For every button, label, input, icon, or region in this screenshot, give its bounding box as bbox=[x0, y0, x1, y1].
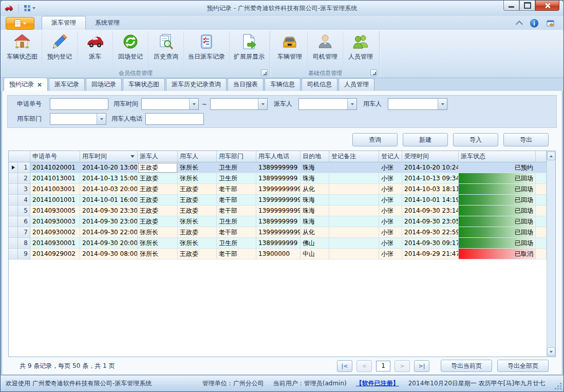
cell-order-no[interactable]: 20141001001 bbox=[30, 195, 80, 206]
cell-remark[interactable] bbox=[329, 238, 379, 249]
cell-phone[interactable]: 1389999999 bbox=[256, 173, 300, 184]
cell-status[interactable]: 已回场 bbox=[459, 216, 536, 227]
cell-registrar[interactable]: 小张 bbox=[379, 162, 402, 173]
cell-remark[interactable] bbox=[329, 216, 379, 227]
cell-status[interactable]: 已回场 bbox=[459, 227, 536, 238]
combo-dropdown-button[interactable] bbox=[438, 99, 447, 109]
cell-use-time[interactable]: 2014-10-01 16:00 bbox=[80, 195, 138, 206]
dialog-launcher-icon[interactable] bbox=[261, 69, 268, 76]
cell-rownum[interactable]: 5 bbox=[18, 206, 30, 216]
import-button[interactable]: 导入 bbox=[453, 133, 498, 146]
cell-registrar[interactable]: 小张 bbox=[379, 227, 402, 238]
dispatch-button[interactable]: 派车 bbox=[77, 31, 112, 68]
driver-manage-button[interactable]: 司机管理 bbox=[307, 31, 343, 68]
export-current-page-button[interactable]: 导出当前页 bbox=[441, 360, 492, 372]
table-row[interactable]: 6201409300032014-09-30 23:00王政委张所长卫生所138… bbox=[9, 216, 547, 227]
cell-order-no[interactable]: 20140930001 bbox=[30, 238, 80, 249]
cell-rownum[interactable]: 4 bbox=[18, 195, 30, 206]
quick-access-toolbar-button[interactable] bbox=[22, 4, 37, 13]
cell-dest[interactable]: 佛山 bbox=[300, 238, 329, 249]
return-register-button[interactable]: 回场登记 bbox=[112, 31, 148, 68]
dialog-launcher-icon[interactable] bbox=[370, 69, 377, 76]
cell-rownum[interactable]: 6 bbox=[18, 216, 30, 227]
last-page-button[interactable]: >| bbox=[414, 360, 429, 372]
cell-filler[interactable] bbox=[536, 238, 547, 249]
cell-dest[interactable]: 珠海 bbox=[300, 206, 329, 216]
scroll-down-button[interactable] bbox=[547, 347, 555, 356]
header-order-no[interactable]: 申请单号 bbox=[30, 151, 80, 162]
cell-dispatcher[interactable]: 王政委 bbox=[138, 216, 178, 227]
ribbon-tab-system[interactable]: 系统管理 bbox=[86, 16, 129, 30]
cell-remark[interactable] bbox=[329, 227, 379, 238]
export-all-pages-button[interactable]: 导出全部页 bbox=[497, 360, 549, 372]
cell-dept[interactable]: 卫生所 bbox=[217, 162, 256, 173]
cell-dept[interactable]: 卫生所 bbox=[217, 173, 256, 184]
maximize-button[interactable] bbox=[519, 1, 535, 11]
cell-order-no[interactable]: 20140930003 bbox=[30, 216, 80, 227]
cell-dest[interactable]: 珠海 bbox=[300, 162, 329, 173]
table-row[interactable]: 3201410030012014-10-03 20:00王政委王政委老干部139… bbox=[9, 184, 547, 195]
table-row[interactable]: 1201410200012014-10-20 13:00王政委张所长卫生所138… bbox=[9, 162, 547, 173]
phone-input[interactable] bbox=[145, 113, 204, 125]
cell-rownum[interactable]: 9 bbox=[18, 249, 30, 259]
cell-user[interactable]: 王政委 bbox=[178, 206, 217, 216]
header-accept-time[interactable]: 受理时间 bbox=[402, 151, 459, 162]
cell-accept-time[interactable]: 2014-10-01 14:19 bbox=[402, 195, 459, 206]
cell-indicator[interactable] bbox=[9, 184, 18, 195]
vehicle-status-map-button[interactable]: 车辆状态图 bbox=[3, 31, 42, 68]
new-button[interactable]: 新建 bbox=[403, 133, 448, 146]
cell-dispatcher[interactable]: 王政委 bbox=[138, 195, 178, 206]
history-query-button[interactable]: 历史查询 bbox=[148, 31, 183, 68]
export-button[interactable]: 导出 bbox=[503, 133, 549, 146]
cell-dispatcher[interactable]: 王政委 bbox=[138, 206, 178, 216]
today-dispatch-records-button[interactable]: 当日派车记录 bbox=[183, 31, 229, 68]
cell-use-time[interactable]: 2014-09-30 23:00 bbox=[80, 216, 138, 227]
application-menu-button[interactable] bbox=[6, 17, 34, 30]
cell-user[interactable]: 王政委 bbox=[178, 227, 217, 238]
cell-filler[interactable] bbox=[536, 195, 547, 206]
cell-registrar[interactable]: 小张 bbox=[379, 238, 402, 249]
cell-phone[interactable]: 13999999999 bbox=[256, 206, 300, 216]
cell-user[interactable]: 张所长 bbox=[178, 173, 217, 184]
cell-status[interactable]: 已取消 bbox=[459, 249, 536, 259]
tab-vehicle-status-map[interactable]: 车辆状态图 bbox=[123, 78, 165, 91]
cell-rownum[interactable]: 3 bbox=[18, 184, 30, 195]
scroll-up-button[interactable] bbox=[547, 152, 555, 160]
minimize-button[interactable] bbox=[503, 1, 519, 11]
cell-dest[interactable]: 中山 bbox=[300, 249, 329, 259]
cell-registrar[interactable]: 小张 bbox=[379, 249, 402, 259]
extend-screen-button[interactable]: 扩展屏显示 bbox=[229, 31, 269, 68]
cell-phone[interactable]: 1389999999 bbox=[256, 162, 300, 173]
dispatcher-combo[interactable] bbox=[298, 98, 357, 110]
ribbon-tab-dispatch[interactable]: 派车管理 bbox=[42, 16, 86, 30]
cell-phone[interactable]: 13900000 bbox=[256, 249, 300, 259]
cell-remark[interactable] bbox=[329, 249, 379, 259]
cell-phone[interactable]: 13999999999 bbox=[256, 227, 300, 238]
table-row[interactable]: 5201409300052014-09-30 23:30王政委王政委老干部139… bbox=[9, 206, 547, 216]
cell-accept-time[interactable]: 2014-10-13 09:34 bbox=[402, 173, 459, 184]
header-user[interactable]: 用车人 bbox=[178, 151, 217, 162]
style-switch-icon[interactable] bbox=[547, 20, 555, 27]
combo-dropdown-button[interactable] bbox=[97, 114, 106, 124]
cell-user[interactable]: 王政委 bbox=[178, 249, 217, 259]
combo-dropdown-button[interactable] bbox=[258, 99, 267, 109]
tab-return-records[interactable]: 回场记录 bbox=[86, 78, 122, 91]
table-row[interactable]: 2201410130012014-10-13 15:00王政委张所长卫生所138… bbox=[9, 173, 547, 184]
cell-dept[interactable]: 老干部 bbox=[217, 206, 256, 216]
cell-dept[interactable]: 老干部 bbox=[217, 195, 256, 206]
page-input[interactable] bbox=[376, 361, 390, 371]
cell-remark[interactable] bbox=[329, 184, 379, 195]
dept-combo[interactable] bbox=[50, 113, 106, 125]
cell-user[interactable]: 张所长 bbox=[178, 216, 217, 227]
cell-dept[interactable]: 老干部 bbox=[217, 227, 256, 238]
combo-dropdown-button[interactable] bbox=[189, 99, 198, 109]
cell-indicator[interactable] bbox=[9, 216, 18, 227]
cell-indicator[interactable] bbox=[9, 249, 18, 259]
cell-indicator[interactable] bbox=[9, 162, 18, 173]
cell-accept-time[interactable]: 2014-09-30 23:14 bbox=[402, 206, 459, 216]
cell-filler[interactable] bbox=[536, 184, 547, 195]
cell-indicator[interactable] bbox=[9, 227, 18, 238]
header-dest[interactable]: 目的地 bbox=[300, 151, 329, 162]
cell-filler[interactable] bbox=[536, 162, 547, 173]
cell-phone[interactable]: 13999999999 bbox=[256, 184, 300, 195]
